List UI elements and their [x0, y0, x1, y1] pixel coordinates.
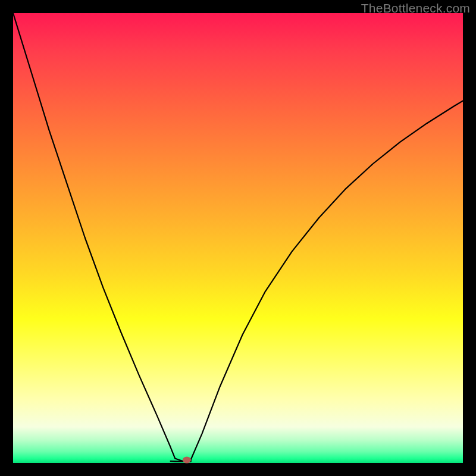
- plot-area: [13, 13, 463, 463]
- bottleneck-curve: [13, 13, 463, 463]
- watermark-text: TheBottleneck.com: [361, 1, 470, 15]
- optimum-marker: [183, 457, 191, 464]
- chart-frame: TheBottleneck.com: [0, 0, 476, 476]
